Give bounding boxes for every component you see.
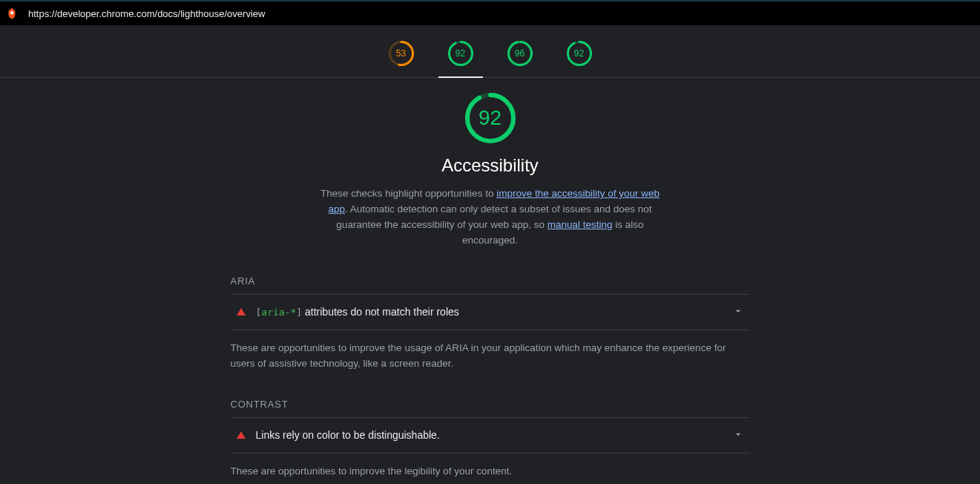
group-header: ARIA	[231, 275, 750, 294]
audit-title: [aria-*] attributes do not match their r…	[256, 306, 459, 318]
gauge-seo[interactable]: 92	[566, 40, 593, 67]
gauge-score: 92	[574, 48, 584, 59]
browser-address-bar	[0, 0, 980, 25]
score-gauges-row: 53 92 96 92	[0, 25, 980, 78]
site-icon	[4, 6, 19, 21]
category-description: These checks highlight opportunities to …	[312, 186, 668, 249]
chevron-down-icon	[732, 305, 744, 319]
gauge-performance[interactable]: 53	[388, 40, 415, 67]
group-contrast: CONTRAST Links rely on color to be disti…	[231, 399, 750, 480]
desc-text: These checks highlight opportunities to	[320, 188, 496, 199]
audit-aria-attributes[interactable]: [aria-*] attributes do not match their r…	[231, 294, 750, 330]
svg-point-0	[10, 11, 14, 15]
gauge-best-practices[interactable]: 96	[507, 40, 533, 67]
manual-testing-link[interactable]: manual testing	[547, 219, 613, 230]
category-gauge: 92 Accessibility These checks highlight …	[231, 85, 750, 249]
gauge-score: 92	[456, 48, 465, 59]
gauge-score: 53	[396, 48, 406, 59]
fail-triangle-icon	[237, 431, 246, 439]
group-heading: CONTRAST	[231, 399, 289, 410]
category-title: Accessibility	[441, 155, 539, 176]
gauge-score: 96	[515, 48, 524, 59]
audit-title: Links rely on color to be distinguishabl…	[256, 429, 440, 441]
big-gauge-score: 92	[479, 106, 501, 130]
group-aria: ARIA [aria-*] attributes do not match th…	[231, 275, 750, 372]
chevron-down-icon	[732, 428, 744, 442]
category-panel: 92 Accessibility These checks highlight …	[231, 78, 750, 484]
group-description: These are opportunities to improve the u…	[231, 341, 750, 372]
code-snippet: [aria-*]	[256, 307, 303, 318]
big-gauge: 92	[464, 91, 517, 145]
url-input[interactable]	[24, 5, 976, 22]
fail-triangle-icon	[237, 308, 246, 315]
gauge-accessibility[interactable]: 92	[447, 40, 474, 67]
group-description: These are opportunities to improve the l…	[231, 464, 750, 480]
lighthouse-report: 53 92 96 92	[0, 25, 980, 484]
audit-link-color[interactable]: Links rely on color to be distinguishabl…	[231, 417, 750, 454]
group-heading: ARIA	[231, 275, 256, 287]
group-header: CONTRAST	[231, 399, 750, 417]
